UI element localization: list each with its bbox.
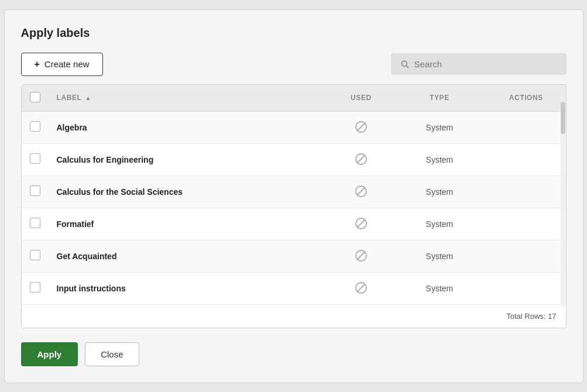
- row-type-cell-2: System: [393, 143, 486, 176]
- svg-line-9: [357, 219, 365, 227]
- search-icon: [400, 60, 410, 69]
- row-label-name-3: Calculus for the Social Sciences: [49, 176, 329, 208]
- label-name-text-4: Formatief: [57, 219, 94, 229]
- svg-line-5: [357, 155, 365, 163]
- label-name-text-2: Calculus for Engineering: [57, 155, 154, 164]
- table-container: Label ▲ Used Type Actions Algebra: [21, 76, 567, 328]
- row-checkbox-cell-4: [22, 208, 49, 240]
- row-checkbox-5[interactable]: [30, 250, 40, 260]
- row-label-name-5: Get Acquainted: [49, 240, 329, 272]
- sort-asc-icon: ▲: [85, 95, 92, 101]
- header-used-col: Used: [329, 85, 393, 112]
- header-checkbox[interactable]: [30, 92, 40, 102]
- row-type-cell-3: System: [393, 176, 486, 208]
- row-used-cell-3: [329, 176, 393, 208]
- row-checkbox-4[interactable]: [30, 218, 40, 228]
- close-button[interactable]: Close: [85, 342, 139, 366]
- table-header: Label ▲ Used Type Actions: [22, 85, 566, 112]
- row-used-cell-2: [329, 143, 393, 176]
- table-row: Formatief System: [22, 208, 566, 240]
- row-type-cell-4: System: [393, 208, 486, 240]
- row-checkbox-6[interactable]: [30, 282, 40, 293]
- create-new-button[interactable]: + Create new: [21, 53, 103, 76]
- table-row: Calculus for the Social Sciences System: [22, 176, 566, 208]
- action-buttons: Apply Close: [21, 342, 567, 366]
- row-used-cell-1: [329, 111, 393, 143]
- row-checkbox-cell-5: [22, 240, 49, 272]
- row-type-cell-6: System: [393, 272, 486, 304]
- search-box: [391, 53, 567, 75]
- row-label-name-2: Calculus for Engineering: [49, 143, 329, 176]
- table-body: Algebra System Calculus for Engineering: [22, 111, 566, 304]
- labels-table: Label ▲ Used Type Actions Algebra: [22, 85, 566, 304]
- row-actions-cell-3: [486, 176, 565, 208]
- scrollbar-thumb[interactable]: [561, 102, 565, 134]
- apply-button[interactable]: Apply: [21, 342, 78, 366]
- header-checkbox-cell: [22, 85, 49, 112]
- table-row: Calculus for Engineering System: [22, 143, 566, 176]
- table-row: Input instructions System: [22, 272, 566, 304]
- row-checkbox-1[interactable]: [30, 121, 40, 132]
- row-checkbox-3[interactable]: [30, 185, 40, 196]
- row-checkbox-cell-2: [22, 143, 49, 176]
- total-rows-label: Total Rows: 17: [506, 312, 556, 321]
- table-row: Get Acquainted System: [22, 240, 566, 272]
- row-type-cell-1: System: [393, 111, 486, 143]
- search-input[interactable]: [414, 59, 557, 69]
- row-actions-cell-2: [486, 143, 565, 176]
- toolbar: + Create new: [21, 53, 567, 76]
- table-footer: Total Rows: 17: [22, 304, 566, 328]
- not-used-icon-3: [354, 184, 368, 198]
- row-actions-cell-1: [486, 111, 565, 143]
- row-checkbox-cell-3: [22, 176, 49, 208]
- not-used-icon-4: [354, 216, 368, 231]
- plus-icon: +: [35, 59, 40, 70]
- not-used-icon-2: [354, 152, 368, 166]
- svg-line-7: [357, 187, 365, 195]
- dialog-title: Apply labels: [21, 26, 567, 40]
- not-used-icon-6: [354, 281, 368, 295]
- label-name-text-6: Input instructions: [57, 284, 126, 293]
- row-checkbox-2[interactable]: [30, 153, 40, 164]
- row-used-cell-4: [329, 208, 393, 240]
- row-checkbox-cell-6: [22, 272, 49, 304]
- apply-labels-dialog: Apply labels + Create new: [4, 9, 583, 383]
- row-used-cell-5: [329, 240, 393, 272]
- row-type-cell-5: System: [393, 240, 486, 272]
- row-label-name-6: Input instructions: [49, 272, 329, 304]
- row-used-cell-6: [329, 272, 393, 304]
- row-actions-cell-6: [486, 272, 565, 304]
- svg-line-3: [357, 123, 365, 130]
- svg-line-11: [357, 252, 365, 259]
- svg-line-1: [406, 66, 409, 68]
- scrollbar-track: [561, 99, 565, 307]
- row-label-name-1: Algebra: [49, 111, 329, 143]
- row-label-name-4: Formatief: [49, 208, 329, 240]
- header-actions-col: Actions: [486, 85, 565, 112]
- label-col-header: Label: [57, 94, 82, 102]
- label-name-text-1: Algebra: [57, 123, 87, 132]
- row-checkbox-cell-1: [22, 111, 49, 143]
- not-used-icon-5: [354, 249, 368, 263]
- row-actions-cell-5: [486, 240, 565, 272]
- header-type-col: Type: [393, 85, 486, 112]
- not-used-icon-1: [354, 120, 368, 134]
- label-name-text-5: Get Acquainted: [57, 252, 117, 261]
- create-new-label: Create new: [44, 59, 90, 69]
- header-label-col: Label ▲: [49, 85, 329, 112]
- svg-line-13: [357, 284, 365, 291]
- label-name-text-3: Calculus for the Social Sciences: [57, 187, 183, 197]
- table-row: Algebra System: [22, 111, 566, 143]
- row-actions-cell-4: [486, 208, 565, 240]
